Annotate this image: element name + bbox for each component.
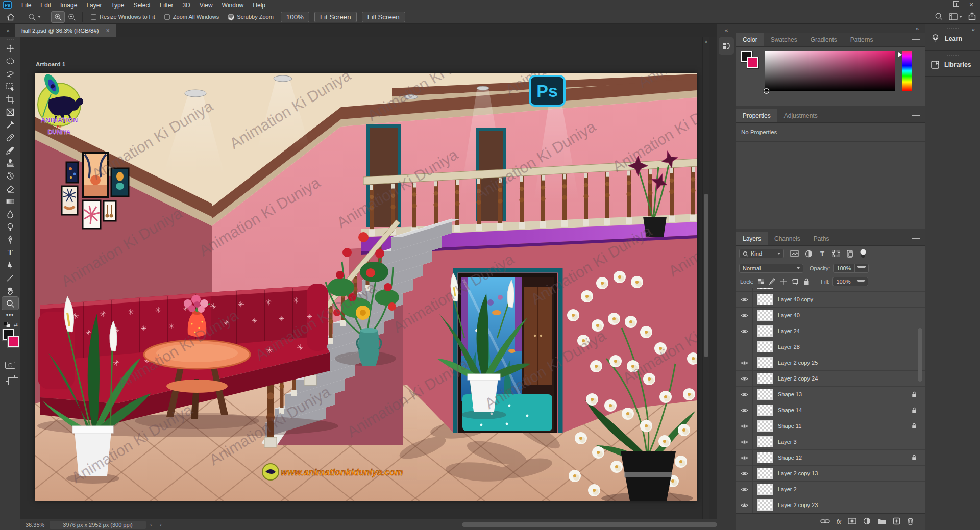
toolbar-grip[interactable] xyxy=(0,38,20,42)
brush-tool[interactable] xyxy=(2,144,18,157)
frame-tool[interactable] xyxy=(2,106,18,118)
layer-row[interactable]: Layer 2 copy 23 xyxy=(736,497,925,513)
layer-row[interactable]: Shape 13 xyxy=(736,387,925,402)
menu-image[interactable]: Image xyxy=(56,0,82,10)
canvas-pasteboard[interactable]: Artboard 1 xyxy=(20,37,709,519)
menu-help[interactable]: Help xyxy=(248,0,270,10)
visibility-eye-icon[interactable] xyxy=(741,297,748,302)
shape-tool[interactable] xyxy=(2,271,18,284)
pen-tool[interactable] xyxy=(2,233,18,246)
layer-thumbnail[interactable] xyxy=(757,452,773,463)
layer-filter-dropdown[interactable]: Kind xyxy=(739,249,784,258)
hue-slider[interactable] xyxy=(902,51,912,91)
workspace-switcher-icon[interactable] xyxy=(949,13,962,20)
layer-thumbnail[interactable] xyxy=(757,341,773,352)
search-icon[interactable] xyxy=(935,12,943,21)
visibility-toggle[interactable] xyxy=(736,402,753,418)
menu-file[interactable]: File xyxy=(17,0,36,10)
artboard-label[interactable]: Artboard 1 xyxy=(36,61,65,67)
tab-adjustments[interactable]: Adjustments xyxy=(777,109,824,122)
eyedropper-tool[interactable] xyxy=(2,118,18,131)
filter-type-layers-icon[interactable]: T xyxy=(819,250,826,257)
menu-select[interactable]: Select xyxy=(129,0,155,10)
gradient-tool[interactable] xyxy=(2,195,18,208)
status-next-icon[interactable]: › xyxy=(146,522,156,528)
history-panel-icon[interactable] xyxy=(719,37,734,55)
share-icon[interactable] xyxy=(968,12,976,21)
zoom-tool-icon[interactable] xyxy=(25,12,43,22)
zoom-100-button[interactable]: 100% xyxy=(281,12,309,22)
visibility-toggle[interactable] xyxy=(736,482,753,497)
swap-colors-icon[interactable]: ⇄ xyxy=(14,322,18,327)
move-tool[interactable] xyxy=(2,42,18,55)
menu-type[interactable]: Type xyxy=(106,0,129,10)
layer-row[interactable]: Layer 2 copy 13 xyxy=(736,466,925,482)
menu-view[interactable]: View xyxy=(195,0,217,10)
new-layer-icon[interactable] xyxy=(893,517,900,527)
lock-image-pixels-icon[interactable] xyxy=(769,278,775,285)
visibility-toggle[interactable] xyxy=(736,450,753,466)
layer-row[interactable]: Layer 2 copy 24 xyxy=(736,371,925,387)
menu-filter[interactable]: Filter xyxy=(155,0,178,10)
layer-row[interactable]: Layer 24 xyxy=(736,323,925,339)
visibility-eye-icon[interactable] xyxy=(741,455,748,461)
layer-row[interactable]: Layer 3 xyxy=(736,434,925,450)
lock-artboard-icon[interactable] xyxy=(792,278,799,285)
tab-color[interactable]: Color xyxy=(736,33,764,46)
lock-position-icon[interactable] xyxy=(780,278,787,285)
visibility-eye-icon[interactable] xyxy=(741,360,748,366)
fill-screen-button[interactable]: Fill Screen xyxy=(362,12,405,22)
visibility-eye-icon[interactable] xyxy=(741,408,748,413)
resize-windows-checkbox[interactable]: Resize Windows to Fit xyxy=(91,14,155,20)
eraser-tool[interactable] xyxy=(2,182,18,195)
layer-row[interactable]: Shape 11 xyxy=(736,418,925,434)
menu-edit[interactable]: Edit xyxy=(36,0,56,10)
clone-stamp-tool[interactable] xyxy=(2,157,18,169)
layer-row[interactable]: Layer 40 copy xyxy=(736,292,925,308)
filtering-toggle[interactable] xyxy=(860,248,867,259)
filter-pixel-layers-icon[interactable] xyxy=(790,250,799,257)
layer-thumbnail[interactable] xyxy=(757,373,773,384)
filter-smart-objects-icon[interactable] xyxy=(846,250,853,258)
fit-screen-button[interactable]: Fit Screen xyxy=(314,12,357,22)
tab-paths[interactable]: Paths xyxy=(807,232,836,245)
visibility-toggle[interactable] xyxy=(736,497,753,513)
visibility-eye-icon[interactable] xyxy=(741,471,748,476)
layers-scroll-thumb[interactable] xyxy=(918,328,922,382)
visibility-eye-icon[interactable] xyxy=(741,487,748,492)
path-selection-tool[interactable] xyxy=(2,259,18,271)
menu-window[interactable]: Window xyxy=(217,0,249,10)
visibility-eye-icon[interactable] xyxy=(741,392,748,397)
healing-brush-tool[interactable] xyxy=(2,131,18,144)
zoom-all-windows-checkbox[interactable]: Zoom All Windows xyxy=(164,14,219,20)
layer-thumbnail[interactable] xyxy=(757,468,773,479)
tab-swatches[interactable]: Swatches xyxy=(764,33,804,46)
status-prev-icon[interactable]: ‹ xyxy=(156,522,166,528)
vertical-scroll-thumb[interactable] xyxy=(704,194,708,357)
background-color-swatch[interactable] xyxy=(747,57,758,68)
visibility-eye-icon[interactable] xyxy=(741,502,748,508)
new-group-icon[interactable] xyxy=(877,517,886,526)
panel-menu-icon[interactable] xyxy=(912,237,920,241)
visibility-toggle[interactable] xyxy=(736,288,753,292)
visibility-toggle[interactable] xyxy=(736,308,753,323)
tab-patterns[interactable]: Patterns xyxy=(844,33,880,46)
home-icon[interactable] xyxy=(4,12,17,22)
document-canvas[interactable]: Animation Ki DuniyaAnimation Ki DuniyaAn… xyxy=(35,73,697,501)
default-colors-icon[interactable] xyxy=(4,322,10,327)
tab-properties[interactable]: Properties xyxy=(736,109,777,122)
visibility-eye-icon[interactable] xyxy=(741,313,748,318)
zoom-tool[interactable] xyxy=(2,297,18,310)
layer-thumbnail[interactable] xyxy=(757,389,773,400)
delete-layer-icon[interactable] xyxy=(907,517,914,527)
layer-thumbnail[interactable] xyxy=(757,294,773,305)
panel-menu-icon[interactable] xyxy=(912,38,920,42)
screen-mode-icon[interactable] xyxy=(6,375,15,382)
tab-overflow-icon[interactable]: » xyxy=(0,24,15,37)
collapse-panels-icon[interactable]: « xyxy=(717,27,736,33)
restore-button[interactable] xyxy=(945,0,963,10)
visibility-toggle[interactable] xyxy=(736,418,753,434)
lock-transparent-pixels-icon[interactable] xyxy=(757,278,764,285)
libraries-panel-item[interactable]: Libraries xyxy=(925,56,980,74)
layer-row[interactable]: Layer 40 copy 2 xyxy=(736,288,925,292)
